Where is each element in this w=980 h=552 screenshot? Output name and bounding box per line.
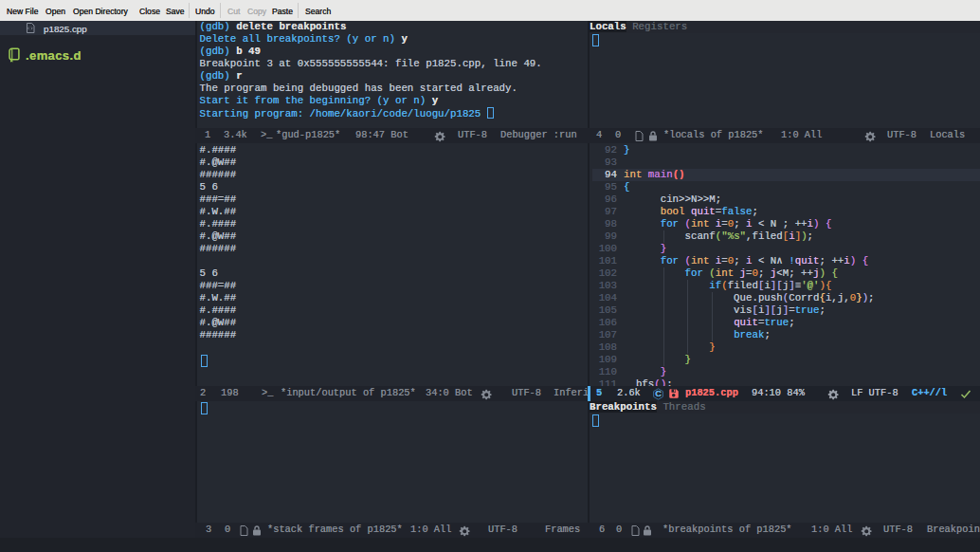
svg-text:C: C	[655, 389, 662, 398]
